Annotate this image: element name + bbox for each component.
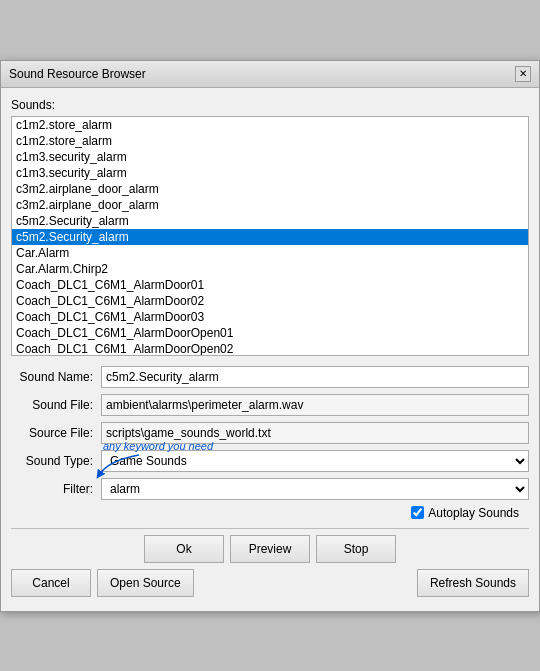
preview-button[interactable]: Preview xyxy=(230,535,310,563)
sound-name-label: Sound Name: xyxy=(11,370,101,384)
autoplay-label[interactable]: Autoplay Sounds xyxy=(428,506,519,520)
divider-1 xyxy=(11,528,529,529)
list-item[interactable]: Coach_DLC1_C6M1_AlarmDoor03 xyxy=(12,309,528,325)
list-item[interactable]: c1m3.security_alarm xyxy=(12,149,528,165)
source-file-label: Source File: xyxy=(11,426,101,440)
list-item[interactable]: c3m2.airplane_door_alarm xyxy=(12,181,528,197)
sound-file-input xyxy=(101,394,529,416)
refresh-sounds-button[interactable]: Refresh Sounds xyxy=(417,569,529,597)
list-item[interactable]: c3m2.airplane_door_alarm xyxy=(12,197,528,213)
content-area: Sounds: c1m2.store_alarmc1m2.store_alarm… xyxy=(1,88,539,611)
list-item[interactable]: Coach_DLC1_C6M1_AlarmDoorOpen02 xyxy=(12,341,528,356)
sound-name-row: Sound Name: xyxy=(11,366,529,388)
title-bar: Sound Resource Browser ✕ xyxy=(1,61,539,88)
list-item[interactable]: c5m2.Security_alarm xyxy=(12,213,528,229)
filter-label: Filter: xyxy=(11,482,101,496)
list-item[interactable]: c1m2.store_alarm xyxy=(12,117,528,133)
sounds-list[interactable]: c1m2.store_alarmc1m2.store_alarmc1m3.sec… xyxy=(11,116,529,356)
list-item[interactable]: Coach_DLC1_C6M1_AlarmDoor01 xyxy=(12,277,528,293)
sound-file-row: Sound File: xyxy=(11,394,529,416)
list-item[interactable]: c5m2.Security_alarm xyxy=(12,229,528,245)
list-item[interactable]: c1m2.store_alarm xyxy=(12,133,528,149)
stop-button[interactable]: Stop xyxy=(316,535,396,563)
window-title: Sound Resource Browser xyxy=(9,67,146,81)
filter-row: Filter: alarmdoorambientmusic xyxy=(11,478,529,500)
sound-file-label: Sound File: xyxy=(11,398,101,412)
sound-type-select[interactable]: Game SoundsMusicAmbientUI xyxy=(101,450,529,472)
list-item[interactable]: Car.Alarm xyxy=(12,245,528,261)
list-item[interactable]: Car.Alarm.Chirp2 xyxy=(12,261,528,277)
open-source-button[interactable]: Open Source xyxy=(97,569,194,597)
filter-select[interactable]: alarmdoorambientmusic xyxy=(101,478,529,500)
bottom-left-buttons: Cancel Open Source xyxy=(11,569,194,597)
annotation-arrow xyxy=(89,450,149,480)
close-button[interactable]: ✕ xyxy=(515,66,531,82)
sounds-label: Sounds: xyxy=(11,98,529,112)
secondary-button-row: Cancel Open Source Refresh Sounds xyxy=(11,569,529,601)
bottom-right-buttons: Refresh Sounds xyxy=(417,569,529,597)
list-item[interactable]: Coach_DLC1_C6M1_AlarmDoor02 xyxy=(12,293,528,309)
sound-resource-browser-window: Sound Resource Browser ✕ Sounds: c1m2.st… xyxy=(0,60,540,612)
list-item[interactable]: Coach_DLC1_C6M1_AlarmDoorOpen01 xyxy=(12,325,528,341)
cancel-button[interactable]: Cancel xyxy=(11,569,91,597)
primary-button-row: Ok Preview Stop xyxy=(11,535,529,563)
sound-name-input[interactable] xyxy=(101,366,529,388)
sound-type-label: Sound Type: xyxy=(11,454,101,468)
list-item[interactable]: c1m3.security_alarm xyxy=(12,165,528,181)
autoplay-row: Autoplay Sounds xyxy=(11,506,529,520)
autoplay-checkbox[interactable] xyxy=(411,506,424,519)
source-file-row: Source File: xyxy=(11,422,529,444)
ok-button[interactable]: Ok xyxy=(144,535,224,563)
